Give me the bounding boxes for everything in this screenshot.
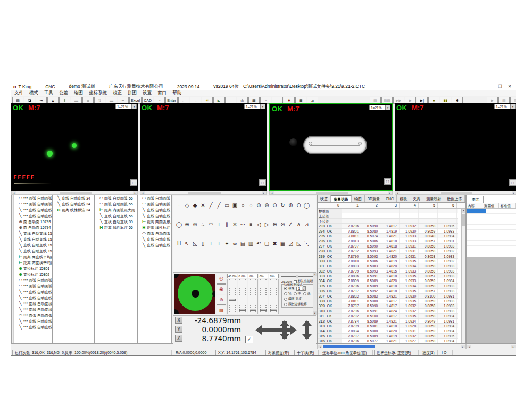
list-item[interactable]: ╲直线 自动直线 15 xyxy=(14,236,52,242)
light-slider[interactable]: 0% xyxy=(259,274,269,314)
dimension-tool-icon[interactable]: ▤ xyxy=(239,240,247,248)
construct-tool-icon[interactable]: ≡ xyxy=(247,221,255,228)
light-slider[interactable]: 0% xyxy=(269,274,279,314)
table-row[interactable]: 301OK 7.8803 8.5083 1.4820 1.0934 0.8058… xyxy=(318,263,458,268)
menu-item[interactable]: 校正 xyxy=(113,90,122,96)
table-row[interactable]: 309OK 7.8797 8.5090 1.4817 1.0932 0.8058… xyxy=(318,303,458,308)
dimension-tool-icon[interactable]: ⊤ xyxy=(207,240,215,248)
menu-item[interactable]: 窗口 xyxy=(157,90,167,96)
camera-3-hscrollbar[interactable]: ◂▸ xyxy=(269,191,393,195)
list-item[interactable]: ╲直线 自动直线 15 xyxy=(14,242,52,248)
light-slider[interactable]: 40.0% xyxy=(227,274,237,314)
list-item[interactable]: ╲*** 直线 自动直线 xyxy=(14,301,52,307)
construct-tool-icon[interactable]: ∠ xyxy=(287,221,295,228)
table-tab[interactable]: 测量映射 xyxy=(423,195,444,202)
options-vscrollbar[interactable]: ▲▼ xyxy=(313,273,317,315)
zoom-select[interactable]: 1=21%▾ xyxy=(115,104,137,109)
light-slider-track[interactable] xyxy=(269,279,279,314)
table-vscrollbar[interactable]: ▲ xyxy=(461,209,466,343)
light-slider-track[interactable] xyxy=(248,279,258,314)
list-item[interactable]: ╲直线 自动直线 55 xyxy=(138,213,171,219)
table-row[interactable]: 315OK 7.8797 8.5089 1.4819 1.0932 0.8058… xyxy=(318,334,458,339)
menu-item[interactable]: 工具 xyxy=(44,90,53,96)
table-tab[interactable]: 绘图 xyxy=(352,195,365,202)
table-row[interactable]: 300OK 7.8810 8.5086 1.4819 1.0935 0.8058… xyxy=(318,259,458,263)
menu-item[interactable]: 文件 xyxy=(14,90,23,96)
table-row[interactable]: 305OK 7.8796 8.5089 1.4818 1.0934 0.8058… xyxy=(318,284,458,289)
list-item[interactable]: ╲*** 直线 自动直线 xyxy=(14,213,52,219)
construct-tool-icon[interactable]: ⊖ xyxy=(271,221,279,228)
elements-tab[interactable]: 图元 xyxy=(468,196,484,203)
table-tab[interactable]: CNC xyxy=(383,195,397,202)
menu-item[interactable]: 绘图 xyxy=(74,90,83,96)
table-tab[interactable]: 夹具 xyxy=(410,195,423,202)
camera-1-image[interactable]: FFFFF OK M:7 1=21%▾ ⛶ xyxy=(11,103,138,191)
elements-hscrollbar[interactable]: ◂ ▸ xyxy=(466,344,516,349)
table-row[interactable]: 302OK 7.8799 8.5093 1.4815 1.0933 0.8058… xyxy=(318,269,458,274)
snapshot-icon[interactable]: ⛶ xyxy=(130,179,137,186)
light-slider-thumb[interactable] xyxy=(239,309,246,311)
dimension-tool-icon[interactable]: ↶ xyxy=(255,240,263,248)
table-tab[interactable]: 数据上传 xyxy=(444,195,465,202)
light-slider-track[interactable] xyxy=(227,279,237,314)
list-item[interactable]: ⊢距离 两圆弧最大距 xyxy=(138,219,171,225)
ring-light-button[interactable]: ◎ xyxy=(217,274,226,284)
list-item[interactable]: ⊢距离 内圆弧最大距 xyxy=(95,207,137,213)
measure-tool-icon[interactable]: ⊖ xyxy=(295,202,303,209)
camera-view-1[interactable]: FFFFF OK M:7 1=21%▾ ⛶ ◂▸ xyxy=(11,103,138,195)
ring-light-button[interactable]: ▩ xyxy=(217,306,226,316)
list-item[interactable]: ◠*** 圆弧 自动圆弧 xyxy=(14,283,52,289)
list-item[interactable]: ◠*** 圆弧 自动圆弧 xyxy=(14,277,52,283)
light-slider-track[interactable] xyxy=(238,279,248,314)
ring-light-button[interactable]: ⊛ xyxy=(217,295,226,305)
radio-color-edge[interactable] xyxy=(284,303,287,306)
list-item[interactable]: ◠圆弧 自动圆弧 55 xyxy=(138,230,171,236)
table-row[interactable]: 314OK 7.8804 8.5088 1.4820 1.0931 0.8059… xyxy=(318,328,458,333)
measure-tool-icon[interactable]: ⊕ xyxy=(255,202,263,209)
camera-view-4[interactable]: OK M:7 1=21%▾ ⛶ ◂▸ xyxy=(395,103,516,195)
list-item[interactable]: ◠圆弧 自动圆弧 55 xyxy=(95,201,137,207)
table-special-row[interactable]: 标准值 xyxy=(318,209,458,213)
table-tab[interactable]: 测量记录 xyxy=(331,195,352,202)
dimension-tool-icon[interactable]: ▢ xyxy=(263,240,271,248)
ring-light-button[interactable]: ◉ xyxy=(217,284,226,294)
construct-tool-icon[interactable]: ⊘ xyxy=(279,221,287,228)
radio-threshold[interactable] xyxy=(284,298,287,301)
zoom-select[interactable]: 1=21%▾ xyxy=(494,104,516,109)
table-row[interactable]: 316OK 7.8796 8.5077 1.4821 1.0927 0.8058… xyxy=(318,339,458,343)
light-slider[interactable]: 0.0% xyxy=(238,274,248,314)
measure-tool-icon[interactable]: ✕ xyxy=(199,202,207,209)
table-row[interactable]: 306OK 7.8797 8.5092 1.4818 1.0935 0.8057… xyxy=(318,289,458,293)
dimension-tool-icon[interactable]: ▦ xyxy=(279,240,287,248)
measure-tool-icon[interactable]: ○ xyxy=(239,202,247,209)
zoom-select[interactable]: 1=21%▾ xyxy=(244,104,265,109)
list-item[interactable]: ◠*** 圆弧 自动圆弧 xyxy=(14,201,52,207)
dimension-tool-icon[interactable]: + xyxy=(223,240,231,248)
chevron-down-icon[interactable]: ▾ xyxy=(385,105,390,110)
construct-tool-icon[interactable]: ◁ xyxy=(255,221,263,228)
snapshot-icon[interactable]: ⛶ xyxy=(384,178,391,185)
menu-item[interactable]: 坐标系统 xyxy=(89,90,107,96)
list-item[interactable]: ╲直线 自动直线 15 xyxy=(14,248,52,254)
table-row[interactable]: 299OK 7.8790 8.5093 1.4820 1.0931 0.8058… xyxy=(318,254,458,259)
camera-4-image[interactable]: OK M:7 1=21%▾ ⛶ xyxy=(395,103,516,191)
table-row[interactable]: 297OK 7.8797 8.5090 1.4818 1.0931 0.8058… xyxy=(318,244,458,249)
construct-tool-icon[interactable]: ⋯ xyxy=(239,221,247,228)
list-item[interactable]: ◠圆弧 自动圆弧 55 xyxy=(138,201,171,207)
dimension-tool-icon[interactable]: ▯ xyxy=(199,240,207,248)
camera-view-3-selected[interactable]: OK M:7 1=21%▾ ⛶ ◂▸ xyxy=(269,103,393,195)
measure-tool-icon[interactable]: ◯ xyxy=(303,202,311,209)
list-item[interactable]: ⊢距离 两直线平均距 xyxy=(14,254,52,260)
list-item[interactable]: ╲*** 直线 自动直线 xyxy=(14,324,52,330)
table-row[interactable]: 308OK 7.8811 8.5088 1.4817 1.0935 0.8059… xyxy=(318,299,458,303)
maximize-button[interactable]: ❐ xyxy=(495,83,505,90)
table-special-row[interactable]: 上公差 xyxy=(318,213,458,218)
dimension-tool-icon[interactable]: ∞ xyxy=(231,240,239,248)
table-row[interactable]: 311OK 7.8792 8.5100 1.4817 1.0935 0.8058… xyxy=(318,314,458,318)
list-item[interactable]: ⊕圆 自动圆 15794 xyxy=(14,225,52,230)
table-row[interactable]: 304OK 7.8809 8.5089 1.4820 1.0933 0.8059… xyxy=(318,278,458,283)
camera-2-image[interactable]: OK M:7 1=21%▾ ⛶ xyxy=(140,103,267,191)
list-item[interactable]: H距离 线性标注 34 xyxy=(53,207,94,213)
list-item[interactable]: ╲直线 自动直线 55 xyxy=(138,242,171,248)
selected-cell[interactable] xyxy=(467,209,486,213)
